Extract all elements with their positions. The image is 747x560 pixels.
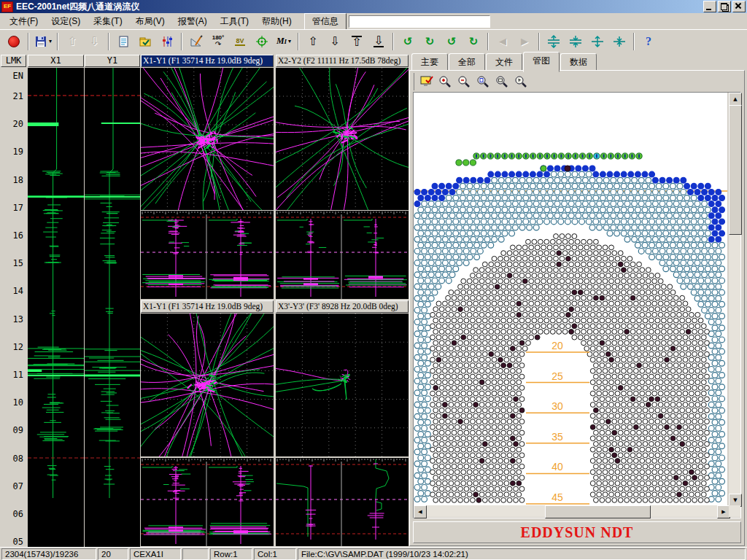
zoom-in-icon xyxy=(438,75,453,88)
tab-文件[interactable]: 文件 xyxy=(486,53,522,71)
menu-item-4[interactable]: 报警(A) xyxy=(171,14,214,28)
tube-next-button[interactable]: ⇩ xyxy=(324,32,346,51)
rotate-cw-icon: ↻ xyxy=(425,35,435,48)
channel-setup-button[interactable] xyxy=(156,32,178,51)
nav-down-icon: ⇩ xyxy=(330,36,339,47)
rotate-ccw-button[interactable]: ↺ xyxy=(397,32,419,51)
zoom-in-button[interactable] xyxy=(436,74,455,90)
restore-button[interactable] xyxy=(718,1,731,12)
toolbar-separator xyxy=(57,33,58,50)
tube-search-input[interactable] xyxy=(349,15,490,28)
record-button[interactable] xyxy=(3,32,25,51)
lissajous-plot-4[interactable] xyxy=(276,314,409,456)
menu-bar: 文件(F)设定(S)采集(T)布局(V)报警(A)工具(T)帮助(H) 管信息 xyxy=(0,13,747,29)
report-button[interactable] xyxy=(112,32,134,51)
folder-check-icon xyxy=(139,35,152,48)
rotate-cw-fast-button[interactable]: ↻ xyxy=(462,32,484,51)
dropdown-arrow-icon[interactable]: ▾ xyxy=(288,38,291,44)
zoom-fit-button[interactable] xyxy=(493,74,512,90)
rotate-180-button[interactable]: 180°↷ xyxy=(207,32,229,51)
phase-angle-button[interactable] xyxy=(185,32,207,51)
tube-info-button[interactable]: 管信息 xyxy=(304,13,347,30)
landmark-column: EN2120191817161514131211100908070605 xyxy=(1,68,26,547)
scroll-up-button[interactable]: ▲ xyxy=(729,93,742,106)
page-prev-button[interactable]: ◀ xyxy=(492,32,514,51)
review-button[interactable] xyxy=(134,32,156,51)
rotate-ccw-icon: ↺ xyxy=(403,35,413,48)
landmark-label-14: 14 xyxy=(13,286,23,296)
span-expand-half-button[interactable] xyxy=(587,32,608,51)
lissajous-plot-1[interactable] xyxy=(141,68,274,210)
span-expand-button[interactable] xyxy=(543,32,565,51)
document-icon xyxy=(117,35,130,48)
landmark-label-12: 12 xyxy=(13,342,23,352)
tab-全部[interactable]: 全部 xyxy=(449,53,485,71)
landmark-column-header[interactable]: LMK xyxy=(1,55,26,67)
horizontal-scroll-thumb[interactable] xyxy=(545,505,651,518)
page-next-button[interactable]: ▶ xyxy=(514,32,535,51)
lissajous-plot-2[interactable] xyxy=(276,68,409,210)
display-options-button[interactable] xyxy=(417,74,436,90)
tube-last-button[interactable]: ⇩ xyxy=(368,32,390,51)
landmark-label-20: 20 xyxy=(13,119,23,129)
landmark-label-13: 13 xyxy=(13,314,23,324)
span-compress-icon xyxy=(568,35,583,48)
minimize-button[interactable] xyxy=(703,1,716,12)
strip-chart-x1[interactable] xyxy=(28,68,84,547)
plot-header-4[interactable]: X3'-Y3' (F3' 8928 Hz 20.0dB 0deg) xyxy=(276,300,409,313)
tube-first-button[interactable]: ⇧ xyxy=(346,32,368,51)
rotate-ccw-fast-button[interactable]: ↺ xyxy=(441,32,462,51)
span-compress-half-button[interactable] xyxy=(608,32,630,51)
gain-8v-button[interactable]: 8V xyxy=(229,32,251,51)
application-window: EF EEC-2001net四频八通道涡流仪 文件(F)设定(S)采集(T)布局… xyxy=(0,0,747,560)
vertical-scrollbar[interactable]: ▲ ▼ xyxy=(729,93,740,505)
arrow-up-icon: ⇧ xyxy=(67,36,77,47)
zoom-page-button[interactable] xyxy=(474,74,493,90)
strip-panel-2[interactable] xyxy=(276,211,409,299)
tube-sheet-map[interactable]: 202530354045 xyxy=(414,93,727,505)
strip-chart-y1[interactable] xyxy=(85,68,140,547)
plot-header-1[interactable]: X1-Y1 (F1 35714 Hz 19.0dB 9deg) xyxy=(141,55,274,67)
rotate-cw-button[interactable]: ↻ xyxy=(419,32,441,51)
landmark-label-18: 18 xyxy=(13,175,23,185)
landmark-label-17: 17 xyxy=(13,203,23,213)
shift-up-button[interactable]: ⇧ xyxy=(61,32,83,51)
dropdown-arrow-icon[interactable]: ▾ xyxy=(49,38,52,44)
tab-主要[interactable]: 主要 xyxy=(411,53,448,71)
strip-panel-1[interactable] xyxy=(141,211,274,299)
menu-item-6[interactable]: 帮助(H) xyxy=(255,14,298,28)
strip-panel-3[interactable] xyxy=(141,458,274,546)
menu-item-3[interactable]: 布局(V) xyxy=(129,14,171,28)
strip-panel-4[interactable] xyxy=(276,458,409,546)
shift-down-button[interactable]: ⇩ xyxy=(83,32,105,51)
zoom-out-button[interactable] xyxy=(455,74,474,90)
display-options-icon xyxy=(419,75,434,88)
span-compress-button[interactable] xyxy=(565,32,587,51)
record-icon xyxy=(8,36,20,47)
save-button[interactable]: ▾ xyxy=(32,32,54,51)
tube-map-page: 202530354045 ▲ ▼ ◀ ▶ EDDYSUN NDT xyxy=(409,70,745,546)
tube-prev-button[interactable]: ⇧ xyxy=(302,32,324,51)
horizontal-scrollbar[interactable]: ◀ ▶ xyxy=(414,505,729,517)
menu-item-1[interactable]: 设定(S) xyxy=(44,14,87,28)
lissajous-plot-3[interactable] xyxy=(141,314,274,456)
svg-text:40: 40 xyxy=(551,461,563,472)
measure-mode-button[interactable]: MI▾ xyxy=(273,32,295,51)
span-expand-icon xyxy=(546,35,561,48)
menu-item-2[interactable]: 采集(T) xyxy=(87,14,128,28)
strip-y1-header[interactable]: Y1 xyxy=(85,55,140,67)
tab-数据[interactable]: 数据 xyxy=(560,53,597,71)
menu-item-5[interactable]: 工具(T) xyxy=(214,14,255,28)
help-button[interactable]: ? xyxy=(638,32,659,51)
scroll-left-button[interactable]: ◀ xyxy=(414,505,427,518)
plot-header-2[interactable]: X2-Y2 (F2 11111 Hz 17.5dB 78deg) xyxy=(276,55,409,67)
strip-x1-header[interactable]: X1 xyxy=(28,55,84,67)
app-icon: EF xyxy=(1,1,13,12)
close-button[interactable] xyxy=(732,1,746,12)
tab-管图[interactable]: 管图 xyxy=(523,52,560,72)
menu-item-0[interactable]: 文件(F) xyxy=(3,14,44,28)
zoom-select-button[interactable] xyxy=(512,74,531,90)
plot-header-3[interactable]: X1-Y1 (F1 35714 Hz 19.0dB 9deg) xyxy=(141,300,274,313)
null-balance-button[interactable] xyxy=(251,32,273,51)
vertical-scroll-thumb[interactable] xyxy=(729,105,742,235)
